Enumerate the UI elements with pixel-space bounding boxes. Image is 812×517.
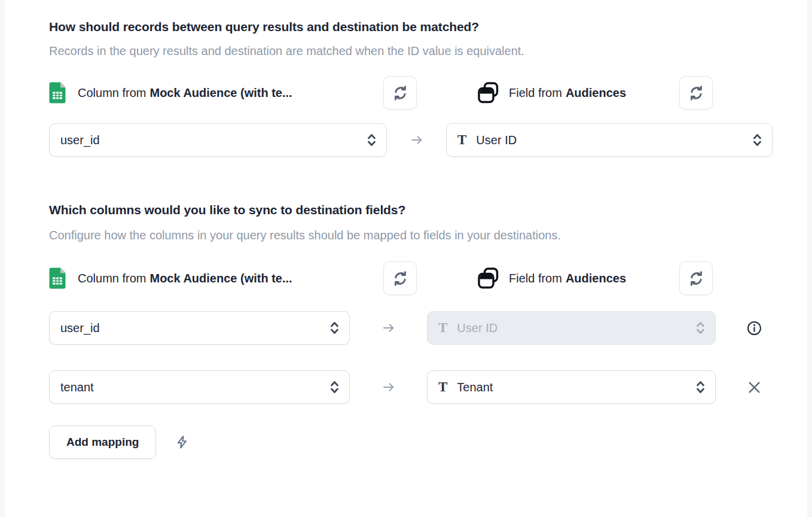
info-icon[interactable]	[746, 320, 762, 336]
match-dest-header-label: Field from Audiences	[509, 86, 626, 100]
mapping-arrow-zone	[350, 380, 427, 394]
sync-arrows-icon	[688, 85, 704, 101]
dest-header-name: Audiences	[566, 86, 626, 100]
match-section-description: Records in the query results and destina…	[49, 42, 773, 60]
match-dest-field-value: User ID	[476, 133, 752, 147]
sync-source-header: Column from Mock Audience (with te...	[49, 261, 417, 295]
source-header-prefix: Column from	[78, 272, 146, 285]
refresh-dest-fields-button[interactable]	[679, 76, 713, 110]
sync-source-column-select[interactable]: user_id	[49, 311, 350, 345]
mapping-actions-row: Add mapping	[49, 425, 773, 459]
match-mapping-row: user_id T User ID	[49, 123, 773, 157]
source-header-prefix: Column from	[78, 86, 146, 100]
dest-header-name: Audiences	[566, 272, 626, 285]
sync-dest-header: Field from Audiences	[477, 261, 713, 295]
sync-mapping-row: tenant T Tenant	[49, 370, 773, 404]
right-edge-strip	[807, 0, 812, 517]
add-mapping-button[interactable]: Add mapping	[49, 425, 156, 459]
sync-header-row: Column from Mock Audience (with te...	[49, 261, 773, 296]
sync-source-column-value: user_id	[60, 321, 329, 335]
sync-source-column-value: tenant	[60, 381, 329, 394]
match-source-column-value: user_id	[60, 133, 367, 147]
sync-source-column-select[interactable]: tenant	[49, 370, 350, 404]
match-dest-field-select[interactable]: T User ID	[446, 123, 773, 157]
arrow-right-icon	[410, 133, 424, 147]
chevron-up-down-icon	[367, 132, 377, 148]
text-type-icon: T	[457, 132, 466, 148]
chevron-up-down-icon	[695, 320, 706, 336]
sync-arrows-icon	[688, 270, 704, 287]
chevron-up-down-icon	[329, 320, 340, 336]
sync-dest-header-label: Field from Audiences	[509, 272, 626, 285]
refresh-dest-fields-button[interactable]	[679, 261, 713, 295]
mapping-arrow-zone	[350, 321, 427, 335]
google-sheets-icon	[49, 267, 66, 289]
match-section-heading: How should records between query results…	[49, 18, 773, 36]
dest-header-prefix: Field from	[509, 86, 562, 100]
sync-dest-field-select[interactable]: T Tenant	[427, 370, 716, 404]
sync-dest-field-select-disabled: T User ID	[427, 311, 716, 345]
sync-dest-field-value: User ID	[457, 321, 695, 335]
match-source-header: Column from Mock Audience (with te...	[49, 76, 417, 110]
lightning-bolt-icon[interactable]	[175, 435, 190, 449]
refresh-source-columns-button[interactable]	[383, 261, 417, 295]
source-header-name: Mock Audience (with te...	[149, 272, 292, 285]
sync-section-heading: Which columns would you like to sync to …	[49, 201, 773, 219]
chevron-up-down-icon	[695, 379, 706, 395]
sync-arrows-icon	[392, 85, 408, 101]
text-type-icon: T	[438, 379, 447, 395]
mapping-arrow-zone	[387, 133, 446, 147]
sync-config-panel: How should records between query results…	[0, 0, 812, 483]
audiences-window-icon	[477, 266, 500, 290]
google-sheets-icon	[49, 82, 66, 104]
sync-source-header-label: Column from Mock Audience (with te...	[78, 272, 292, 285]
text-type-icon: T	[438, 320, 447, 336]
sync-arrows-icon	[392, 270, 408, 287]
match-source-column-select[interactable]: user_id	[49, 123, 387, 157]
match-source-header-label: Column from Mock Audience (with te...	[78, 86, 292, 100]
arrow-right-icon	[381, 321, 396, 335]
source-header-name: Mock Audience (with te...	[149, 86, 292, 100]
arrow-right-icon	[381, 380, 396, 394]
sync-dest-field-value: Tenant	[457, 381, 695, 394]
sync-mapping-row: user_id T User ID	[49, 311, 773, 345]
remove-mapping-icon[interactable]	[746, 379, 762, 396]
audiences-window-icon	[477, 81, 500, 105]
chevron-up-down-icon	[329, 379, 340, 395]
sync-section-description: Configure how the columns in your query …	[49, 225, 683, 245]
chevron-up-down-icon	[752, 132, 762, 148]
match-dest-header: Field from Audiences	[477, 76, 713, 110]
refresh-source-columns-button[interactable]	[383, 76, 417, 110]
dest-header-prefix: Field from	[509, 272, 562, 285]
left-edge-strip	[0, 0, 5, 517]
match-header-row: Column from Mock Audience (with te...	[49, 75, 773, 110]
